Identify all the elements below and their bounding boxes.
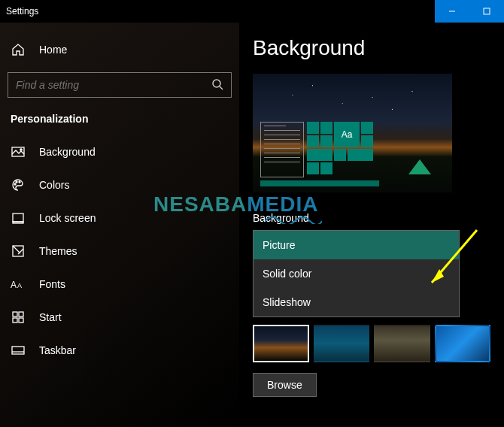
svg-text:A: A	[17, 282, 22, 289]
taskbar-icon	[11, 343, 26, 358]
thumbnail-3[interactable]	[374, 325, 430, 362]
preview-tile-aa: Aa	[334, 122, 360, 147]
dropdown-option-picture[interactable]: Picture	[254, 231, 459, 259]
nav-label: Lock screen	[39, 212, 96, 224]
recent-images	[253, 325, 490, 362]
search-icon	[211, 78, 225, 92]
svg-rect-14	[13, 312, 17, 316]
palette-icon	[11, 177, 26, 192]
minimize-button[interactable]	[435, 0, 469, 23]
nav-background[interactable]: Background	[0, 135, 239, 168]
option-label: Solid color	[263, 268, 311, 280]
svg-rect-18	[12, 347, 24, 354]
section-header: Personalization	[0, 108, 239, 135]
nav-label: Background	[39, 146, 96, 158]
svg-rect-16	[13, 318, 17, 323]
window-controls	[435, 0, 504, 23]
nav-label: Start	[39, 311, 62, 323]
svg-rect-9	[13, 214, 23, 222]
fonts-icon: AA	[11, 277, 26, 292]
nav-label: Taskbar	[39, 344, 76, 356]
thumbnail-4[interactable]	[435, 325, 491, 362]
nav-home[interactable]: Home	[0, 33, 239, 66]
svg-point-7	[16, 181, 17, 183]
svg-rect-15	[19, 312, 23, 316]
nav-colors[interactable]: Colors	[0, 168, 239, 201]
home-icon	[11, 42, 26, 57]
page-title: Background	[253, 36, 490, 60]
title-bar: Settings	[0, 0, 504, 23]
minimize-icon	[448, 8, 456, 15]
start-icon	[11, 310, 26, 325]
search-box[interactable]	[8, 72, 232, 98]
picture-icon	[11, 144, 26, 159]
svg-point-2	[213, 80, 220, 87]
svg-text:A: A	[11, 280, 17, 290]
background-dropdown[interactable]: Picture Solid color Slideshow	[253, 230, 460, 317]
lockscreen-icon	[11, 210, 26, 226]
svg-line-3	[220, 86, 223, 89]
background-field-label: Background	[253, 212, 490, 224]
nav-taskbar[interactable]: Taskbar	[0, 334, 239, 367]
nav-label: Colors	[39, 179, 69, 191]
nav-lockscreen[interactable]: Lock screen	[0, 201, 239, 235]
window-title: Settings	[6, 6, 38, 17]
sidebar: Home Personalization Background Colors	[0, 23, 239, 427]
nav-start[interactable]: Start	[0, 301, 239, 334]
nav-label: Themes	[39, 245, 77, 257]
nav-home-label: Home	[39, 44, 67, 56]
thumbnail-2[interactable]	[314, 325, 370, 362]
browse-button[interactable]: Browse	[253, 373, 317, 397]
dropdown-option-solid-color[interactable]: Solid color	[254, 259, 459, 288]
option-label: Slideshow	[263, 296, 311, 308]
nav-label: Fonts	[39, 278, 65, 290]
thumbnail-1[interactable]	[253, 325, 309, 362]
option-label: Picture	[263, 239, 296, 251]
themes-icon	[11, 244, 26, 259]
nav-themes[interactable]: Themes	[0, 235, 239, 268]
svg-point-8	[19, 181, 20, 183]
maximize-button[interactable]	[469, 0, 504, 23]
main-content: Background Aa	[239, 23, 504, 427]
search-input[interactable]	[16, 79, 211, 91]
dropdown-option-slideshow[interactable]: Slideshow	[254, 288, 459, 316]
svg-point-5	[20, 149, 22, 150]
background-preview: Aa	[253, 74, 452, 192]
maximize-icon	[483, 8, 490, 15]
nav-fonts[interactable]: AA Fonts	[0, 268, 239, 301]
svg-rect-17	[19, 318, 23, 323]
svg-rect-10	[13, 222, 23, 223]
svg-point-6	[14, 183, 16, 185]
svg-rect-1	[484, 8, 490, 14]
